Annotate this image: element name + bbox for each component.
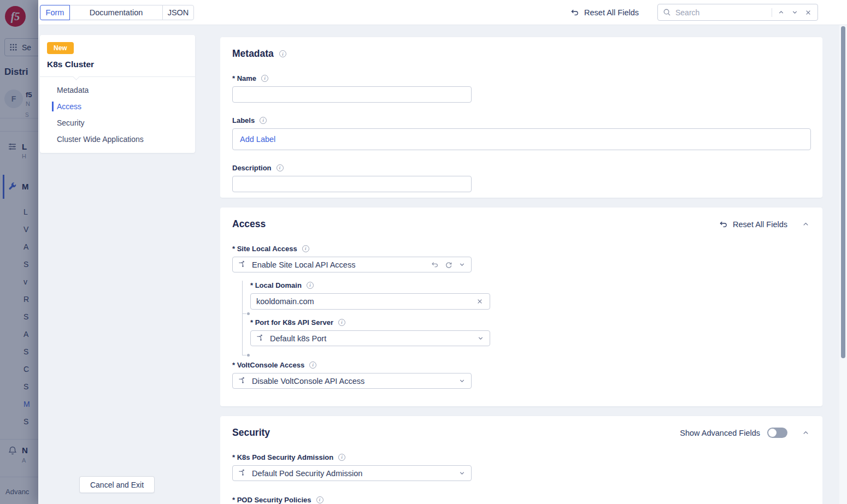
local-domain-clear-button[interactable] bbox=[475, 297, 484, 306]
search-input[interactable] bbox=[675, 8, 767, 17]
name-input[interactable] bbox=[232, 86, 472, 103]
tree-connector-dot bbox=[247, 312, 250, 315]
modal-body: New K8s Cluster Metadata Access Security… bbox=[38, 25, 847, 504]
voltconsole-access-value: Disable VoltConsole API Access bbox=[252, 377, 453, 386]
wizard-nav-item-cluster-wide-applications[interactable]: Cluster Wide Applications bbox=[40, 131, 195, 147]
scrollbar-track[interactable] bbox=[839, 25, 847, 504]
chevron-up-icon bbox=[778, 9, 785, 16]
view-tab-group: Form Documentation JSON bbox=[40, 5, 194, 20]
chevron-down-icon bbox=[458, 470, 466, 477]
description-label-text: Description bbox=[232, 164, 272, 172]
site-local-access-label: * Site Local Access bbox=[232, 244, 811, 253]
wizard-nav-item-metadata[interactable]: Metadata bbox=[40, 82, 195, 98]
port-select[interactable]: Default k8s Port bbox=[250, 330, 490, 346]
local-domain-label: * Local Domain bbox=[250, 281, 811, 289]
pod-admission-select[interactable]: Default Pod Security Admission bbox=[232, 465, 472, 481]
chevron-up-icon bbox=[802, 429, 810, 437]
local-domain-label-text: * Local Domain bbox=[250, 281, 302, 289]
local-domain-input[interactable] bbox=[256, 297, 475, 306]
chevron-down-icon bbox=[458, 377, 466, 384]
access-reset-label: Reset All Fields bbox=[733, 220, 787, 229]
info-icon[interactable] bbox=[307, 282, 314, 289]
add-label-button[interactable]: Add Label bbox=[240, 135, 275, 144]
reset-all-fields-label: Reset All Fields bbox=[584, 8, 639, 17]
access-reset-all-fields-button[interactable]: Reset All Fields bbox=[719, 220, 787, 229]
access-section-title: Access bbox=[232, 218, 266, 230]
security-collapse-button[interactable] bbox=[801, 428, 811, 438]
modal-header: Form Documentation JSON Reset All Fields bbox=[38, 0, 847, 25]
local-domain-input-box bbox=[250, 293, 490, 310]
tree-connector-elbow bbox=[242, 313, 246, 314]
info-icon[interactable] bbox=[277, 164, 284, 171]
wizard-nav: Metadata Access Security Cluster Wide Ap… bbox=[40, 82, 195, 147]
description-label: Description bbox=[232, 163, 811, 172]
voltconsole-access-select[interactable]: Disable VoltConsole API Access bbox=[232, 373, 472, 389]
undo-icon bbox=[719, 220, 728, 228]
site-local-access-children: * Local Domain * Port for K8s API Server bbox=[232, 281, 811, 346]
info-icon[interactable] bbox=[316, 496, 323, 503]
port-value: Default k8s Port bbox=[270, 334, 472, 343]
form-column: Metadata * Name Labels Add Label bbox=[220, 25, 822, 504]
name-label-text: * Name bbox=[232, 74, 256, 82]
reset-all-fields-button[interactable]: Reset All Fields bbox=[570, 8, 639, 17]
labels-label: Labels bbox=[232, 116, 811, 124]
pod-policies-label-text: * POD Security Policies bbox=[232, 496, 311, 504]
wizard-nav-card: New K8s Cluster Metadata Access Security… bbox=[40, 35, 195, 153]
pod-admission-label: * K8s Pod Security Admission bbox=[232, 453, 811, 461]
chevron-down-icon bbox=[791, 9, 798, 16]
undo-icon bbox=[570, 8, 579, 16]
site-local-access-label-text: * Site Local Access bbox=[232, 245, 297, 253]
divider bbox=[40, 76, 195, 80]
description-input[interactable] bbox=[232, 176, 472, 192]
show-advanced-fields-label: Show Advanced Fields bbox=[680, 429, 760, 437]
show-advanced-fields-toggle[interactable] bbox=[767, 428, 787, 438]
chevron-up-icon bbox=[802, 220, 810, 228]
security-section-title: Security bbox=[232, 427, 270, 438]
info-icon[interactable] bbox=[260, 117, 267, 124]
info-icon[interactable] bbox=[279, 50, 286, 57]
port-label-text: * Port for K8s API Server bbox=[250, 318, 333, 327]
oneof-branch-icon bbox=[238, 377, 246, 385]
search-clear-button[interactable] bbox=[804, 8, 813, 17]
security-title-text: Security bbox=[232, 427, 270, 438]
info-icon[interactable] bbox=[338, 454, 345, 461]
toggle-knob bbox=[768, 429, 777, 437]
info-icon[interactable] bbox=[338, 319, 345, 326]
header-controls: Reset All Fields bbox=[570, 4, 847, 21]
labels-label-text: Labels bbox=[232, 116, 255, 124]
port-label: * Port for K8s API Server bbox=[250, 318, 811, 327]
k8s-cluster-modal: Form Documentation JSON Reset All Fields bbox=[38, 0, 847, 504]
tree-connector-elbow bbox=[242, 355, 246, 355]
tree-connector-line bbox=[242, 281, 243, 355]
oneof-branch-icon bbox=[238, 260, 246, 269]
wizard-nav-item-security[interactable]: Security bbox=[40, 115, 195, 131]
voltconsole-access-label: * VoltConsole Access bbox=[232, 360, 811, 369]
info-icon[interactable] bbox=[309, 361, 316, 369]
access-title-text: Access bbox=[232, 218, 266, 230]
security-section: Security Show Advanced Fields * K8s Pod … bbox=[220, 416, 822, 504]
search-box bbox=[657, 4, 818, 21]
close-icon bbox=[805, 9, 811, 16]
cancel-and-exit-button[interactable]: Cancel and Exit bbox=[79, 476, 155, 493]
voltconsole-access-label-text: * VoltConsole Access bbox=[232, 361, 304, 369]
search-icon bbox=[663, 8, 671, 16]
divider bbox=[772, 8, 772, 17]
info-icon[interactable] bbox=[261, 75, 268, 82]
site-local-access-select[interactable]: Enable Site Local API Access bbox=[232, 257, 472, 272]
site-local-access-value: Enable Site Local API Access bbox=[252, 260, 425, 269]
oneof-branch-icon bbox=[256, 334, 264, 342]
search-prev-button[interactable] bbox=[777, 8, 786, 17]
access-collapse-button[interactable] bbox=[801, 219, 811, 229]
tree-connector-dot bbox=[247, 354, 250, 357]
oneof-branch-icon bbox=[238, 469, 246, 477]
wizard-nav-item-access[interactable]: Access bbox=[40, 98, 195, 115]
tab-documentation[interactable]: Documentation bbox=[69, 5, 163, 20]
info-icon[interactable] bbox=[302, 245, 309, 252]
scrollbar-thumb[interactable] bbox=[841, 26, 845, 358]
tab-form[interactable]: Form bbox=[40, 5, 70, 20]
metadata-section: Metadata * Name Labels Add Label bbox=[220, 37, 822, 198]
pod-admission-label-text: * K8s Pod Security Admission bbox=[232, 453, 333, 461]
search-next-button[interactable] bbox=[790, 8, 799, 17]
undo-icon bbox=[431, 261, 439, 268]
tab-json[interactable]: JSON bbox=[162, 5, 194, 20]
